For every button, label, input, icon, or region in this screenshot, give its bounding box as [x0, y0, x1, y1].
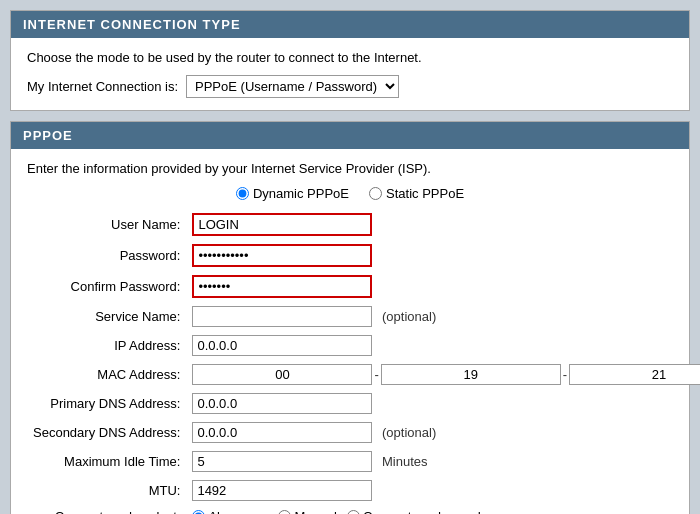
pppoe-form-table: User Name: Password: Confirm Password:: [27, 209, 700, 514]
secondary-dns-row: Secondary DNS Address: (optional): [27, 418, 700, 447]
secondary-dns-cell: (optional): [186, 418, 700, 447]
password-input[interactable]: [192, 244, 372, 267]
primary-dns-row: Primary DNS Address:: [27, 389, 700, 418]
ip-address-cell: [186, 331, 700, 360]
service-name-label: Service Name:: [27, 302, 186, 331]
max-idle-cell: Minutes: [186, 447, 700, 476]
mac-sep-2: -: [563, 367, 567, 382]
connect-mode-label: Connect mode select:: [27, 505, 186, 514]
username-input[interactable]: [192, 213, 372, 236]
max-idle-unit: Minutes: [382, 454, 428, 469]
manual-radio[interactable]: [278, 510, 291, 514]
password-row: Password:: [27, 240, 700, 271]
my-connection-label: My Internet Connection is:: [27, 79, 178, 94]
internet-connection-desc: Choose the mode to be used by the router…: [27, 50, 673, 65]
internet-connection-section: INTERNET CONNECTION TYPE Choose the mode…: [10, 10, 690, 111]
ip-address-label: IP Address:: [27, 331, 186, 360]
service-name-cell: (optional): [186, 302, 700, 331]
primary-dns-input[interactable]: [192, 393, 372, 414]
always-on-radio[interactable]: [192, 510, 205, 514]
dynamic-pppoe-label[interactable]: Dynamic PPPoE: [236, 186, 349, 201]
mtu-label: MTU:: [27, 476, 186, 505]
connection-type-select[interactable]: PPPoE (Username / Password) Static IP DH…: [186, 75, 399, 98]
primary-dns-label: Primary DNS Address:: [27, 389, 186, 418]
confirm-password-row: Confirm Password:: [27, 271, 700, 302]
primary-dns-cell: [186, 389, 700, 418]
dynamic-pppoe-radio[interactable]: [236, 187, 249, 200]
connect-on-demand-radio[interactable]: [347, 510, 360, 514]
mac-input-2[interactable]: [381, 364, 561, 385]
max-idle-row: Maximum Idle Time: Minutes: [27, 447, 700, 476]
internet-connection-header: INTERNET CONNECTION TYPE: [11, 11, 689, 38]
confirm-password-cell: [186, 271, 700, 302]
confirm-password-label: Confirm Password:: [27, 271, 186, 302]
max-idle-input[interactable]: [192, 451, 372, 472]
static-pppoe-text: Static PPPoE: [386, 186, 464, 201]
service-name-input[interactable]: [192, 306, 372, 327]
connect-on-demand-text: Connect-on demand: [363, 509, 481, 514]
mtu-row: MTU:: [27, 476, 700, 505]
mac-address-label: MAC Address:: [27, 360, 186, 389]
username-row: User Name:: [27, 209, 700, 240]
service-name-optional: (optional): [382, 309, 436, 324]
mac-input-1[interactable]: [192, 364, 372, 385]
mac-address-row: MAC Address: - - - -: [27, 360, 700, 389]
max-idle-label: Maximum Idle Time:: [27, 447, 186, 476]
username-cell: [186, 209, 700, 240]
secondary-dns-input[interactable]: [192, 422, 372, 443]
pppoe-desc: Enter the information provided by your I…: [27, 161, 673, 176]
password-cell: [186, 240, 700, 271]
secondary-dns-optional: (optional): [382, 425, 436, 440]
static-pppoe-radio[interactable]: [369, 187, 382, 200]
connect-on-demand-label[interactable]: Connect-on demand: [347, 509, 481, 514]
pppoe-header: PPPOE: [11, 122, 689, 149]
always-on-label[interactable]: Always-on: [192, 509, 268, 514]
dynamic-pppoe-text: Dynamic PPPoE: [253, 186, 349, 201]
username-label: User Name:: [27, 209, 186, 240]
connect-mode-cell: Always-on Manual Connect-on demand: [186, 505, 700, 514]
pppoe-mode-row: Dynamic PPPoE Static PPPoE: [27, 186, 673, 201]
connection-type-row: My Internet Connection is: PPPoE (Userna…: [27, 75, 673, 98]
mtu-cell: [186, 476, 700, 505]
pppoe-title: PPPOE: [23, 128, 73, 143]
connect-mode-row: Connect mode select: Always-on Manual: [27, 505, 700, 514]
service-name-row: Service Name: (optional): [27, 302, 700, 331]
mtu-input[interactable]: [192, 480, 372, 501]
always-on-text: Always-on: [208, 509, 268, 514]
manual-text: Manual: [294, 509, 337, 514]
mac-address-cell: - - - - - Clone MAC Address: [186, 360, 700, 389]
pppoe-section: PPPOE Enter the information provided by …: [10, 121, 690, 514]
internet-connection-body: Choose the mode to be used by the router…: [11, 38, 689, 110]
password-label: Password:: [27, 240, 186, 271]
connect-mode-options: Always-on Manual Connect-on demand: [192, 509, 700, 514]
pppoe-body: Enter the information provided by your I…: [11, 149, 689, 514]
static-pppoe-label[interactable]: Static PPPoE: [369, 186, 464, 201]
mac-sep-1: -: [374, 367, 378, 382]
mac-input-3[interactable]: [569, 364, 700, 385]
mac-row: - - - - - Clone MAC Address: [192, 364, 700, 385]
secondary-dns-label: Secondary DNS Address:: [27, 418, 186, 447]
manual-label[interactable]: Manual: [278, 509, 337, 514]
ip-address-row: IP Address:: [27, 331, 700, 360]
confirm-password-input[interactable]: [192, 275, 372, 298]
internet-connection-title: INTERNET CONNECTION TYPE: [23, 17, 241, 32]
ip-address-input[interactable]: [192, 335, 372, 356]
